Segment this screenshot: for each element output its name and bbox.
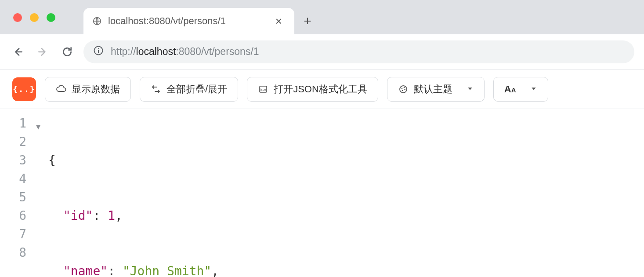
nav-reload-button[interactable]	[59, 44, 76, 60]
open-formatter-button[interactable]: json 打开JSON格式化工具	[247, 77, 378, 102]
show-raw-button[interactable]: 显示原数据	[45, 77, 131, 102]
window-controls	[13, 13, 55, 22]
font-size-dropdown[interactable]: AA	[493, 77, 548, 102]
json-viewer: 1▼ 2 3 4 5 6 7 8 { "id": 1, "name": "Joh…	[0, 109, 644, 277]
tab-title: localhost:8080/vt/persons/1	[108, 15, 226, 27]
url-scheme: http://	[111, 46, 136, 57]
tab-close-button[interactable]: ×	[272, 14, 286, 29]
browser-toolbar: http://localhost:8080/vt/persons/1	[0, 34, 644, 69]
svg-point-10	[402, 90, 403, 91]
site-info-icon[interactable]	[93, 45, 104, 58]
address-bar[interactable]: http://localhost:8080/vt/persons/1	[83, 40, 634, 63]
line-number: 7	[19, 227, 26, 241]
globe-icon	[92, 16, 102, 26]
svg-text:json: json	[260, 88, 266, 91]
address-url: http://localhost:8080/vt/persons/1	[111, 46, 259, 58]
json-extension-toolbar: {..} 显示原数据 全部折叠/展开 json 打开JSON格式化工具 默认主题…	[0, 69, 644, 109]
window-minimize-button[interactable]	[30, 13, 39, 22]
svg-point-8	[404, 87, 405, 88]
svg-point-9	[404, 89, 405, 90]
new-tab-button[interactable]: +	[294, 8, 321, 34]
svg-point-7	[402, 87, 403, 89]
nav-forward-button[interactable]	[34, 44, 51, 60]
show-raw-label: 显示原数据	[72, 83, 120, 96]
window-zoom-button[interactable]	[47, 13, 55, 22]
browser-titlebar: localhost:8080/vt/persons/1 × +	[0, 0, 644, 34]
json-code-body[interactable]: { "id": 1, "name": "John Smith", "age": …	[46, 109, 644, 277]
theme-dropdown[interactable]: 默认主题	[387, 77, 485, 102]
url-host: localhost	[136, 46, 176, 57]
extension-logo-icon[interactable]: {..}	[12, 77, 36, 101]
theme-label: 默认主题	[414, 83, 452, 96]
line-number: 3	[19, 153, 26, 168]
browser-tab[interactable]: localhost:8080/vt/persons/1 ×	[83, 8, 294, 34]
line-number: 8	[19, 245, 26, 260]
open-formatter-label: 打开JSON格式化工具	[274, 83, 367, 96]
line-number: 2	[19, 135, 26, 149]
line-number: 4	[19, 171, 26, 186]
line-number: 5	[19, 190, 26, 204]
chevron-down-icon	[467, 84, 474, 95]
svg-point-3	[98, 48, 99, 49]
line-number: 6	[19, 208, 26, 223]
svg-point-6	[400, 86, 407, 93]
chevron-down-icon	[530, 84, 537, 95]
nav-back-button[interactable]	[10, 44, 26, 60]
fold-all-button[interactable]: 全部折叠/展开	[140, 77, 238, 102]
url-port-path: :8080/vt/persons/1	[176, 46, 259, 57]
line-number-gutter: 1▼ 2 3 4 5 6 7 8	[0, 109, 46, 277]
line-number: 1	[19, 116, 26, 131]
fold-all-label: 全部折叠/展开	[166, 83, 227, 96]
window-close-button[interactable]	[13, 13, 22, 22]
font-size-icon: AA	[504, 84, 516, 95]
